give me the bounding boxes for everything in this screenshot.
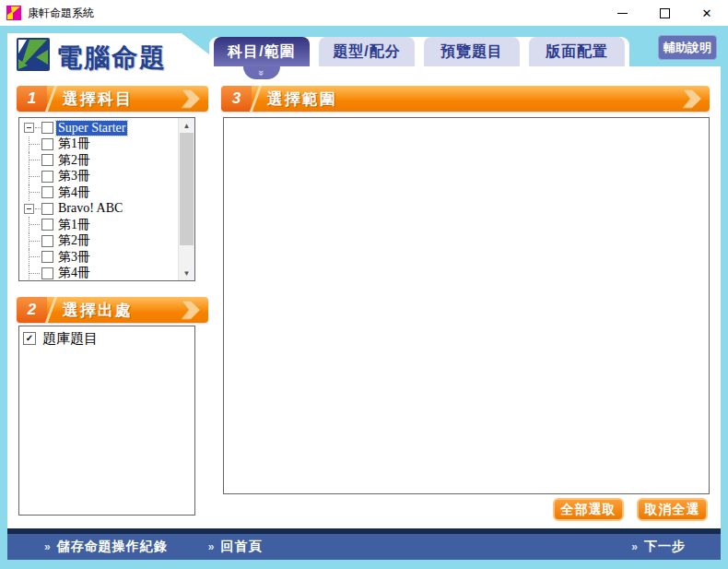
step3-number: 3	[221, 86, 252, 112]
home-label: 回首頁	[220, 539, 262, 555]
kangxuan-logo-icon	[17, 38, 50, 71]
collapse-icon[interactable]	[24, 123, 34, 133]
tree-item-label: Bravo! ABC	[56, 201, 124, 216]
range-selection-box	[223, 117, 710, 494]
tree-item-label: 第2冊	[56, 232, 92, 249]
tree-connector	[29, 136, 41, 153]
tree-checkbox[interactable]	[41, 186, 53, 198]
tree-checkbox[interactable]	[41, 219, 53, 231]
deselect-all-button[interactable]: 取消全選	[637, 498, 708, 521]
tab-page-layout[interactable]: 版面配置	[529, 37, 625, 66]
tree-connector	[29, 233, 41, 250]
tree-connector	[29, 152, 41, 169]
close-icon: ✕	[702, 7, 712, 19]
window-controls: ✕	[601, 0, 728, 26]
step1-banner: 1 選擇科目	[17, 86, 208, 112]
arrow-right-icon	[180, 89, 202, 109]
tree-connector	[29, 184, 41, 201]
tab-label: 版面配置	[546, 42, 608, 62]
tree-checkbox[interactable]	[41, 154, 53, 166]
tree-connector	[35, 208, 41, 209]
arrow-right-icon	[180, 300, 202, 320]
source-item[interactable]: ✓題庫題目	[23, 330, 191, 347]
tree-checkbox[interactable]	[41, 122, 53, 134]
collapse-icon[interactable]	[24, 204, 34, 214]
next-step-label: 下一步	[644, 539, 686, 555]
tab-label: 題型/配分	[333, 42, 400, 62]
maximize-button[interactable]	[643, 0, 686, 26]
tree-item[interactable]: 第1冊	[21, 217, 178, 233]
tree-item-label: 第4冊	[56, 184, 92, 201]
scroll-up-icon[interactable]: ▲	[179, 118, 194, 133]
minimize-button[interactable]	[601, 0, 643, 26]
tree-connector	[35, 127, 41, 128]
source-item-label: 題庫題目	[42, 330, 98, 348]
tree-item-label: Super Starter	[56, 121, 127, 136]
tree-item[interactable]: Bravo! ABC	[21, 201, 178, 218]
home-link[interactable]: » 回首頁	[208, 539, 263, 555]
tree-item[interactable]: 第2冊	[21, 152, 178, 169]
app-icon	[6, 6, 21, 20]
tab-label: 科目/範圍	[228, 42, 295, 62]
source-checkbox[interactable]: ✓	[23, 332, 36, 345]
next-step-link[interactable]: » 下一步	[631, 539, 686, 555]
tree-item[interactable]: 第3冊	[21, 169, 178, 185]
select-all-button[interactable]: 全部選取	[553, 498, 624, 521]
tab-bar: 科目/範圍 » 題型/配分 預覽題目 版面配置	[209, 37, 629, 66]
source-list-box: ✓題庫題目	[18, 326, 195, 516]
app-frame: 電腦命題 科目/範圍 » 題型/配分 預覽題目 版面配置 輔助說明 1 選擇科目…	[0, 26, 728, 569]
range-actions: 全部選取 取消全選	[223, 498, 708, 521]
step2-number: 2	[17, 297, 47, 323]
tree-connector	[29, 217, 41, 233]
tree-connector	[29, 266, 41, 280]
tree-checkbox[interactable]	[41, 171, 53, 183]
tree-item-label: 第1冊	[56, 217, 92, 233]
tree-item[interactable]: 第1冊	[21, 136, 178, 153]
source-list: ✓題庫題目	[19, 326, 194, 350]
help-button[interactable]: 輔助說明	[658, 35, 717, 60]
tab-subject-range[interactable]: 科目/範圍 »	[214, 37, 310, 66]
step3-banner: 3 選擇範圍	[221, 86, 710, 112]
minimize-icon	[617, 13, 628, 14]
tree-item-label: 第3冊	[56, 249, 92, 266]
scrollbar-thumb[interactable]	[180, 133, 194, 245]
window-title: 康軒命題系統	[28, 6, 94, 21]
tree-scrollbar[interactable]: ▲ ▼	[178, 118, 194, 280]
window-titlebar: 康軒命題系統 ✕	[0, 0, 728, 26]
bullet-icon: »	[631, 540, 639, 553]
footer-bar: » 儲存命題操作紀錄 » 回首頁 » 下一步	[7, 534, 721, 560]
bullet-icon: »	[208, 540, 216, 553]
scroll-down-icon[interactable]: ▼	[179, 266, 194, 280]
tree-item[interactable]: 第2冊	[21, 233, 178, 250]
tab-question-types[interactable]: 題型/配分	[319, 37, 415, 66]
tree-checkbox[interactable]	[41, 251, 53, 263]
step1-title: 選擇科目	[63, 89, 133, 110]
tree-checkbox[interactable]	[41, 203, 53, 215]
app-logo-title: 電腦命題	[56, 41, 167, 76]
tree-checkbox[interactable]	[41, 235, 53, 247]
tree-item[interactable]: 第4冊	[21, 184, 178, 201]
tab-preview-questions[interactable]: 預覽題目	[424, 37, 520, 66]
tree-checkbox[interactable]	[41, 138, 53, 150]
tree-item[interactable]: 第4冊	[21, 266, 178, 280]
maximize-icon	[660, 8, 670, 18]
close-button[interactable]: ✕	[686, 0, 728, 26]
step2-banner: 2 選擇出處	[17, 297, 208, 323]
subject-tree: Super Starter第1冊第2冊第3冊第4冊Bravo! ABC第1冊第2…	[21, 120, 178, 279]
tree-connector	[29, 249, 41, 266]
bullet-icon: »	[44, 540, 52, 553]
tree-item-label: 第3冊	[56, 168, 92, 184]
tree-item-label: 第1冊	[56, 136, 92, 152]
arrow-right-icon	[681, 89, 703, 109]
chevron-down-icon: »	[257, 69, 267, 76]
tree-item[interactable]: Super Starter	[21, 120, 178, 136]
save-record-link[interactable]: » 儲存命題操作紀錄	[44, 539, 168, 555]
save-record-label: 儲存命題操作紀錄	[57, 539, 168, 555]
subject-tree-box: Super Starter第1冊第2冊第3冊第4冊Bravo! ABC第1冊第2…	[18, 117, 195, 281]
tree-checkbox[interactable]	[41, 267, 53, 279]
step2-title: 選擇出處	[63, 300, 133, 321]
tree-item[interactable]: 第3冊	[21, 249, 178, 266]
tree-item-label: 第2冊	[56, 152, 92, 169]
step3-title: 選擇範圍	[267, 89, 337, 110]
tab-label: 預覽題目	[440, 42, 503, 62]
